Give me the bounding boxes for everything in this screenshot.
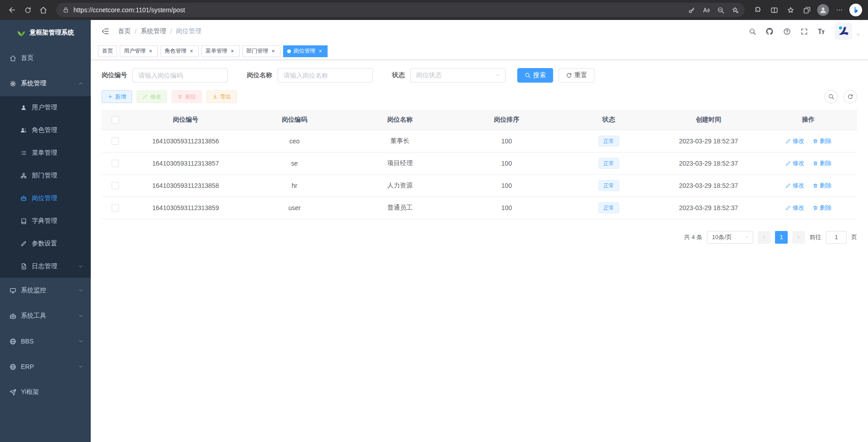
refresh-table-button[interactable] [843,90,857,103]
cell-create-time: 2023-03-29 18:52:37 [657,174,760,196]
search-button[interactable]: 搜索 [517,68,553,83]
user-avatar[interactable] [835,23,852,40]
help-button[interactable] [780,24,794,39]
row-edit-button[interactable]: 修改 [785,137,804,145]
tab-close-icon[interactable]: × [147,48,154,54]
chevron-down-icon[interactable] [856,32,861,37]
collections-button[interactable] [799,2,814,18]
edit-button[interactable]: 修改 [137,90,167,103]
browser-back-button[interactable] [5,2,20,18]
breadcrumb-system[interactable]: 系统管理 [141,27,166,35]
row-checkbox[interactable] [112,204,119,211]
fullscreen-button[interactable] [797,24,811,39]
person-icon [819,6,827,14]
bing-sidebar-button[interactable] [848,2,863,18]
cell-post-name: 项目经理 [347,152,453,174]
read-aloud-button[interactable] [699,3,713,17]
status-select[interactable]: 岗位状态 [410,68,505,83]
row-checkbox[interactable] [112,160,119,167]
app-logo[interactable]: 意框架管理系统 [0,20,91,45]
cell-post-name: 董事长 [347,130,453,152]
split-screen-button[interactable] [766,2,782,18]
sidebar-item-yi-framework[interactable]: Yi框架 [0,379,91,405]
row-delete-button[interactable]: 删除 [813,182,832,190]
gear-icon [9,80,16,87]
browser-home-button[interactable] [35,2,51,18]
browser-refresh-button[interactable] [20,2,35,18]
sidebar-item-home[interactable]: 首页 [0,45,91,71]
sidebar-item-system-monitor[interactable]: 系统监控 [0,278,91,303]
zoom-out-button[interactable] [714,3,727,17]
tab-close-icon[interactable]: × [270,48,276,54]
github-link-button[interactable] [762,24,777,39]
sidebar-item-role-management[interactable]: 角色管理 [0,119,91,142]
tab-menu-management[interactable]: 菜单管理 × [201,45,240,57]
lock-icon[interactable] [63,7,69,13]
tab-close-icon[interactable]: × [188,48,195,54]
row-delete-button[interactable]: 删除 [813,137,832,145]
saved-passwords-button[interactable] [685,3,698,17]
sidebar-item-system-tools[interactable]: 系统工具 [0,303,91,329]
zoom-out-icon [717,6,725,14]
sidebar-item-log-management[interactable]: 日志管理 [0,255,91,278]
row-edit-button[interactable]: 修改 [785,159,804,167]
post-name-label: 岗位名称 [247,71,272,79]
extensions-button[interactable] [750,2,765,18]
search-icon [525,72,531,79]
page-size-select[interactable]: 10条/页 [707,231,753,244]
cell-create-time: 2023-03-29 18:52:37 [657,130,760,152]
favorites-button[interactable] [783,2,798,18]
row-checkbox[interactable] [112,138,119,145]
split-screen-icon [770,6,778,14]
tab-user-management[interactable]: 用户管理 × [120,45,158,57]
header-search-button[interactable] [745,24,760,39]
add-button[interactable]: 新增 [102,90,132,103]
browser-profile-button[interactable] [815,2,831,18]
trash-icon [813,161,818,166]
sidebar-fold-button[interactable] [98,24,113,39]
toggle-search-button[interactable] [824,90,838,103]
goto-unit-label: 页 [851,233,857,241]
sidebar-item-post-management[interactable]: 岗位管理 [0,187,91,210]
tab-home[interactable]: 首页 [98,45,117,57]
page-1-button[interactable]: 1 [775,231,788,244]
sidebar-item-dict-management[interactable]: 字典管理 [0,210,91,232]
globe-icon [9,363,16,370]
sidebar-item-bbs[interactable]: BBS [0,329,91,354]
row-delete-button[interactable]: 删除 [813,159,832,167]
sidebar-item-erp[interactable]: ERP [0,354,91,379]
breadcrumb-home[interactable]: 首页 [118,27,131,35]
tab-close-icon[interactable]: × [229,48,235,54]
font-size-button[interactable] [814,24,829,39]
tab-close-icon[interactable]: × [317,48,324,54]
row-delete-button[interactable]: 删除 [813,204,832,212]
next-page-button[interactable] [792,231,805,244]
browser-menu-button[interactable] [832,2,847,18]
post-code-input[interactable] [132,68,228,83]
select-all-checkbox[interactable] [112,116,119,123]
row-checkbox[interactable] [112,182,119,189]
sidebar-item-menu-management[interactable]: 菜单管理 [0,142,91,164]
add-favorite-button[interactable] [728,3,742,17]
star-plus-icon [731,6,739,14]
sidebar-item-system-management[interactable]: 系统管理 [0,71,91,96]
fullscreen-icon [800,28,808,35]
toolbox-icon [9,312,16,319]
row-edit-button[interactable]: 修改 [785,204,804,212]
post-code-label: 岗位编号 [102,71,127,79]
goto-page-input[interactable] [826,231,847,244]
row-edit-button[interactable]: 修改 [785,182,804,190]
sidebar-item-parameter-settings[interactable]: 参数设置 [0,232,91,255]
export-button[interactable]: 导出 [206,90,237,103]
reset-button[interactable]: 重置 [559,68,594,83]
tab-post-management[interactable]: 岗位管理 × [283,45,328,57]
address-bar[interactable]: https://ccnetcore.com:1101/system/post [56,3,745,17]
prev-page-button[interactable] [758,231,770,244]
sidebar-item-user-management[interactable]: 用户管理 [0,96,91,119]
tab-dept-management[interactable]: 部门管理 × [242,45,280,57]
delete-button[interactable]: 删除 [172,90,202,103]
tab-role-management[interactable]: 角色管理 × [161,45,199,57]
post-name-input[interactable] [278,68,373,83]
sidebar-item-dept-management[interactable]: 部门管理 [0,164,91,187]
cell-post-sort: 100 [453,174,560,196]
